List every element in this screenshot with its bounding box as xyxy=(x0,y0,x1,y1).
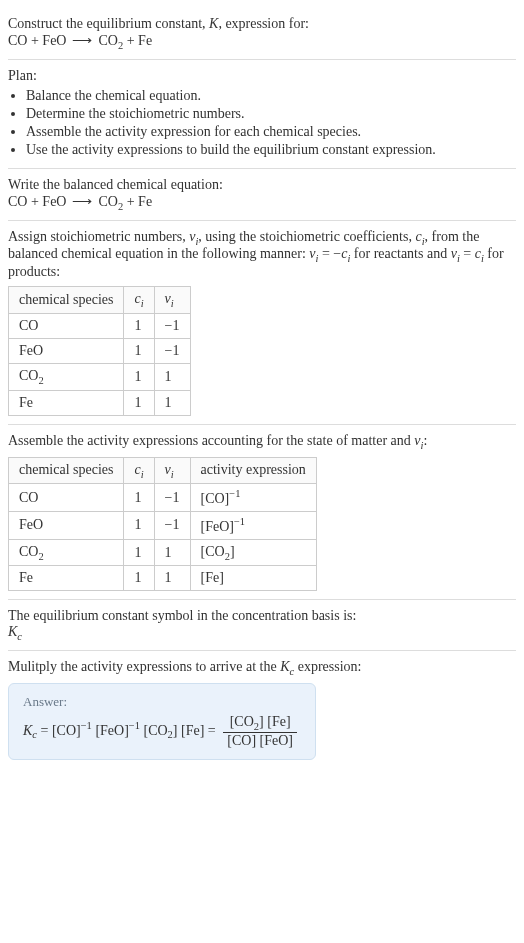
table-row: FeO 1 −1 [FeO]−1 xyxy=(9,512,317,540)
cell-species: CO2 xyxy=(9,363,124,390)
nui-sub: i xyxy=(171,298,174,309)
reactant-feo: FeO xyxy=(42,33,66,48)
cell-nui: −1 xyxy=(154,338,190,363)
plan-section: Plan: Balance the chemical equation. Det… xyxy=(8,60,516,169)
term: [Fe] xyxy=(181,723,204,738)
cell-species: CO xyxy=(9,313,124,338)
cell-species: FeO xyxy=(9,512,124,540)
cell-nui: 1 xyxy=(154,390,190,415)
cell-ci: 1 xyxy=(124,338,154,363)
answer-box: Answer: Kc = [CO]−1 [FeO]−1 [CO2] [Fe] =… xyxy=(8,683,316,760)
base-b: ] xyxy=(230,544,235,559)
plan-item: Balance the chemical equation. xyxy=(26,88,516,104)
t: , using the stoichiometric coefficients, xyxy=(198,229,415,244)
term: [CO] xyxy=(52,723,81,738)
exp: −1 xyxy=(129,720,140,731)
table-row: CO 1 −1 xyxy=(9,313,191,338)
assemble-text: Assemble the activity expressions accoun… xyxy=(8,433,516,451)
assemble-section: Assemble the activity expressions accoun… xyxy=(8,425,516,601)
table-row: Fe 1 1 xyxy=(9,390,191,415)
symbol-section: The equilibrium constant symbol in the c… xyxy=(8,600,516,651)
th-ci: ci xyxy=(124,457,154,484)
sp-sub: 2 xyxy=(38,375,43,386)
plan-item: Use the activity expressions to build th… xyxy=(26,142,516,158)
cell-nui: 1 xyxy=(154,539,190,566)
sp-a: CO xyxy=(19,544,38,559)
balanced-section: Write the balanced chemical equation: CO… xyxy=(8,169,516,221)
plus: + xyxy=(27,33,42,48)
product-co2-a: CO xyxy=(98,33,117,48)
product-fe: Fe xyxy=(138,194,152,209)
intro-section: Construct the equilibrium constant, K, e… xyxy=(8,8,516,60)
table-row: CO2 1 1 [CO2] xyxy=(9,539,317,566)
cell-ci: 1 xyxy=(124,566,154,591)
t: = − xyxy=(318,246,341,261)
multiply-section: Mulitply the activity expressions to arr… xyxy=(8,651,516,768)
plan-list: Balance the chemical equation. Determine… xyxy=(8,88,516,158)
reactant-co: CO xyxy=(8,33,27,48)
reactant-feo: FeO xyxy=(42,194,66,209)
cell-species: FeO xyxy=(9,338,124,363)
plan-item: Assemble the activity expression for eac… xyxy=(26,124,516,140)
base: [FeO] xyxy=(201,519,234,534)
t: for reactants and xyxy=(350,246,450,261)
cell-ci: 1 xyxy=(124,313,154,338)
sp-a: CO xyxy=(19,368,38,383)
Kc-c: c xyxy=(17,631,22,642)
sp-sub: 2 xyxy=(38,550,43,561)
th-activity: activity expression xyxy=(190,457,316,484)
answer-expression: Kc = [CO]−1 [FeO]−1 [CO2] [Fe] = [CO2] [… xyxy=(23,714,301,749)
th-ci: ci xyxy=(124,287,154,314)
activity-table: chemical species ci νi activity expressi… xyxy=(8,457,317,592)
plus: + xyxy=(27,194,42,209)
arrow-icon: ⟶ xyxy=(66,193,98,210)
cell-activity: [FeO]−1 xyxy=(190,512,316,540)
t: Mulitply the activity expressions to arr… xyxy=(8,659,280,674)
table-row: CO 1 −1 [CO]−1 xyxy=(9,484,317,512)
cell-species: CO2 xyxy=(9,539,124,566)
multiply-text: Mulitply the activity expressions to arr… xyxy=(8,659,516,677)
plus2: + xyxy=(123,194,138,209)
arrow-icon: ⟶ xyxy=(66,32,98,49)
table-header-row: chemical species ci νi xyxy=(9,287,191,314)
ci-sub: i xyxy=(141,468,144,479)
exp: −1 xyxy=(229,488,240,499)
numerator: [CO2] [Fe] xyxy=(223,714,297,733)
cell-nui: 1 xyxy=(154,363,190,390)
cell-nui: −1 xyxy=(154,484,190,512)
base: [CO] xyxy=(201,491,230,506)
nui-sub: i xyxy=(171,468,174,479)
cell-activity: [Fe] xyxy=(190,566,316,591)
th-nui: νi xyxy=(154,287,190,314)
intro-line1: Construct the equilibrium constant, K, e… xyxy=(8,16,516,32)
kc-symbol: Kc xyxy=(8,624,516,642)
table-row: CO2 1 1 xyxy=(9,363,191,390)
base-a: [CO xyxy=(201,544,225,559)
term-a: [CO xyxy=(143,723,167,738)
cell-ci: 1 xyxy=(124,512,154,540)
cell-ci: 1 xyxy=(124,363,154,390)
t: Assemble the activity expressions accoun… xyxy=(8,433,414,448)
K-symbol: K xyxy=(209,16,218,31)
table-row: FeO 1 −1 xyxy=(9,338,191,363)
Kc-K: K xyxy=(8,624,17,639)
fraction: [CO2] [Fe][CO] [FeO] xyxy=(223,714,297,749)
eq: = xyxy=(37,723,52,738)
cell-activity: [CO2] xyxy=(190,539,316,566)
cell-ci: 1 xyxy=(124,390,154,415)
Kc-K: K xyxy=(280,659,289,674)
t: = xyxy=(460,246,475,261)
num-b: ] [Fe] xyxy=(259,714,291,729)
cell-nui: −1 xyxy=(154,512,190,540)
table-header-row: chemical species ci νi activity expressi… xyxy=(9,457,317,484)
exp: −1 xyxy=(81,720,92,731)
cell-ci: 1 xyxy=(124,484,154,512)
cell-nui: 1 xyxy=(154,566,190,591)
intro-equation: CO + FeO⟶CO2 + Fe xyxy=(8,32,516,51)
product-co2-a: CO xyxy=(98,194,117,209)
plan-heading: Plan: xyxy=(8,68,516,84)
reactant-co: CO xyxy=(8,194,27,209)
t: expression: xyxy=(294,659,361,674)
term-b: ] xyxy=(173,723,178,738)
Kc-K: K xyxy=(23,723,32,738)
